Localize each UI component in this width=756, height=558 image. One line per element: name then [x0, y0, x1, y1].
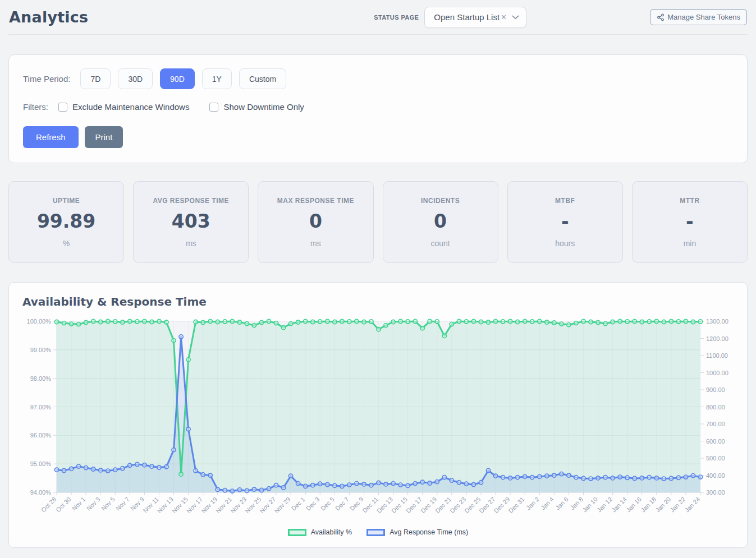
stat-unit: %	[11, 239, 121, 248]
stat-unit: min	[635, 239, 745, 248]
stat-label: AVG RESPONSE TIME	[136, 197, 246, 205]
page-title: Analytics	[9, 8, 88, 26]
svg-text:600.00: 600.00	[706, 438, 725, 445]
chevron-down-icon[interactable]	[512, 15, 519, 20]
stat-card-incidents: INCIDENTS 0 count	[383, 181, 498, 263]
svg-text:Jan 18: Jan 18	[639, 496, 657, 514]
stat-card-uptime: UPTIME 99.89 %	[8, 181, 124, 263]
legend-item-response-time[interactable]: Avg Response Time (ms)	[366, 528, 468, 536]
chart-title: Availability & Response Time	[22, 295, 734, 308]
svg-text:Dec 7: Dec 7	[334, 496, 350, 512]
refresh-button[interactable]: Refresh	[23, 126, 79, 148]
manage-share-tokens-label: Manage Share Tokens	[667, 13, 740, 21]
clear-icon[interactable]: ✕	[501, 13, 507, 21]
exclude-maintenance-label: Exclude Maintenance Windows	[72, 102, 189, 112]
analytics-page: Analytics STATUS PAGE Open Startup List …	[0, 0, 756, 548]
svg-text:Dec 27: Dec 27	[478, 496, 496, 514]
header: Analytics STATUS PAGE Open Startup List …	[8, 0, 748, 35]
stats-row: UPTIME 99.89 % AVG RESPONSE TIME 403 ms …	[8, 181, 748, 263]
period-button-30d[interactable]: 30D	[118, 68, 153, 89]
chart-legend: Availability % Avg Response Time (ms)	[22, 527, 734, 541]
print-button[interactable]: Print	[85, 126, 123, 148]
svg-text:400.00: 400.00	[706, 472, 725, 479]
exclude-maintenance-checkbox-input[interactable]	[58, 103, 67, 112]
svg-text:Dec 1: Dec 1	[290, 496, 306, 512]
svg-text:Jan 6: Jan 6	[554, 496, 570, 511]
time-period-group: 7D 30D 90D 1Y Custom	[80, 68, 286, 89]
svg-text:300.00: 300.00	[706, 489, 725, 496]
svg-text:98.00%: 98.00%	[30, 375, 52, 382]
time-period-label: Time Period:	[23, 74, 70, 84]
stat-card-avg-response: AVG RESPONSE TIME 403 ms	[133, 181, 249, 263]
stat-unit: hours	[510, 239, 620, 248]
svg-text:Jan 16: Jan 16	[625, 496, 643, 514]
svg-text:Oct 28: Oct 28	[40, 496, 57, 513]
stat-value: 403	[136, 212, 246, 230]
availability-response-chart-svg: Oct 28Oct 30Nov 1Nov 3Nov 5Nov 7Nov 9Nov…	[22, 311, 734, 525]
svg-text:Nov 1: Nov 1	[71, 496, 87, 512]
svg-text:Jan 14: Jan 14	[610, 496, 628, 514]
svg-text:Dec 31: Dec 31	[507, 496, 525, 514]
status-page-select[interactable]: Open Startup List ✕	[424, 7, 526, 28]
stat-label: MAX RESPONSE TIME	[260, 197, 370, 205]
stat-value: 0	[260, 212, 370, 230]
svg-text:99.00%: 99.00%	[30, 347, 52, 353]
period-button-7d[interactable]: 7D	[80, 68, 111, 89]
stat-label: UPTIME	[11, 197, 121, 205]
svg-text:Jan 2: Jan 2	[525, 496, 540, 511]
svg-text:1300.00: 1300.00	[706, 318, 728, 325]
response-time-legend-swatch	[366, 529, 385, 536]
svg-text:Dec 23: Dec 23	[448, 496, 467, 514]
stat-card-mtbf: MTBF - hours	[507, 181, 623, 263]
period-button-90d[interactable]: 90D	[160, 68, 195, 89]
filter-panel: Time Period: 7D 30D 90D 1Y Custom Filter…	[8, 54, 748, 163]
svg-text:Dec 15: Dec 15	[390, 496, 409, 514]
svg-text:800.00: 800.00	[706, 404, 725, 411]
svg-text:Nov 27: Nov 27	[258, 496, 277, 514]
availability-chart: Oct 28Oct 30Nov 1Nov 3Nov 5Nov 7Nov 9Nov…	[22, 311, 734, 527]
stat-unit: count	[386, 239, 496, 248]
svg-text:Dec 29: Dec 29	[492, 496, 511, 514]
svg-text:Nov 13: Nov 13	[156, 496, 175, 514]
svg-text:700.00: 700.00	[706, 421, 725, 427]
stat-card-max-response: MAX RESPONSE TIME 0 ms	[258, 181, 373, 263]
period-button-1y[interactable]: 1Y	[202, 68, 232, 89]
svg-text:900.00: 900.00	[706, 386, 725, 393]
svg-text:95.00%: 95.00%	[30, 460, 52, 467]
show-downtime-checkbox-input[interactable]	[209, 103, 218, 112]
period-button-custom[interactable]: Custom	[239, 68, 286, 89]
response-time-legend-label: Avg Response Time (ms)	[390, 528, 468, 536]
stat-unit: ms	[136, 239, 246, 248]
svg-text:1200.00: 1200.00	[706, 335, 728, 342]
svg-text:500.00: 500.00	[706, 455, 725, 462]
availability-legend-swatch	[288, 529, 306, 536]
stat-label: MTTR	[635, 197, 745, 205]
svg-text:Nov 17: Nov 17	[185, 496, 204, 514]
stat-value: -	[510, 212, 620, 230]
svg-text:1000.00: 1000.00	[706, 370, 728, 376]
status-page-label: STATUS PAGE	[374, 14, 419, 21]
svg-text:Nov 21: Nov 21	[214, 496, 233, 514]
exclude-maintenance-checkbox[interactable]: Exclude Maintenance Windows	[58, 102, 189, 112]
svg-text:96.00%: 96.00%	[30, 432, 52, 439]
svg-text:Dec 5: Dec 5	[319, 496, 336, 512]
svg-text:Dec 21: Dec 21	[434, 496, 452, 514]
show-downtime-label: Show Downtime Only	[223, 102, 304, 112]
svg-text:Nov 5: Nov 5	[100, 496, 116, 512]
svg-text:Nov 7: Nov 7	[114, 496, 131, 512]
show-downtime-checkbox[interactable]: Show Downtime Only	[209, 102, 304, 112]
svg-text:97.00%: 97.00%	[30, 404, 52, 411]
stat-value: -	[635, 212, 745, 230]
svg-text:Dec 3: Dec 3	[305, 496, 321, 512]
share-icon	[657, 13, 665, 21]
stat-value: 0	[386, 212, 496, 230]
svg-text:Jan 20: Jan 20	[654, 496, 672, 514]
svg-text:94.00%: 94.00%	[30, 489, 52, 496]
status-page-selected-value: Open Startup List	[434, 12, 500, 22]
legend-item-availability[interactable]: Availability %	[288, 528, 352, 536]
svg-text:Nov 15: Nov 15	[171, 496, 189, 514]
manage-share-tokens-button[interactable]: Manage Share Tokens	[650, 9, 747, 25]
stat-value: 99.89	[11, 212, 121, 230]
svg-text:Jan 10: Jan 10	[581, 496, 599, 514]
svg-text:Oct 30: Oct 30	[54, 496, 72, 513]
